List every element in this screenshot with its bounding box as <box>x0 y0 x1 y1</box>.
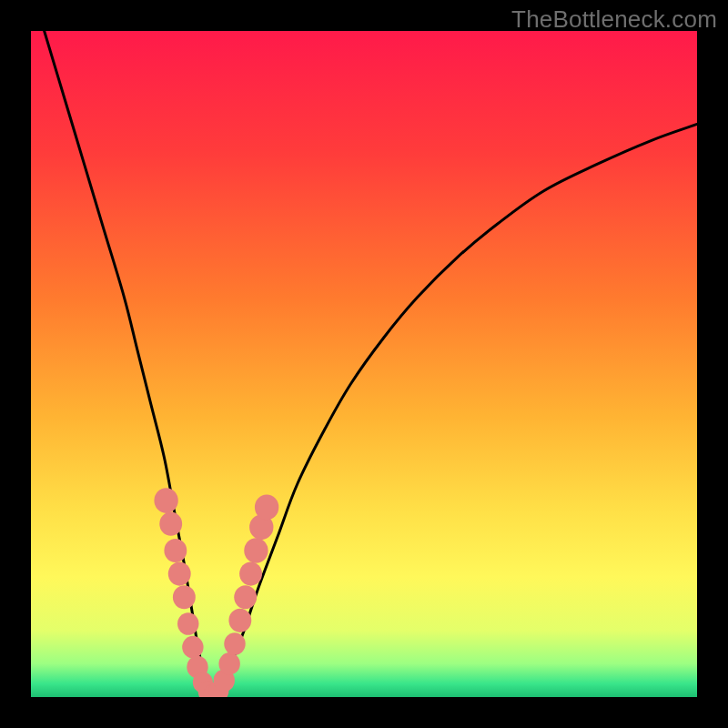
curve-marker <box>154 488 177 513</box>
curve-marker <box>255 495 278 521</box>
watermark-text: TheBottleneck.com <box>511 5 717 34</box>
chart-svg <box>31 31 697 697</box>
curve-marker <box>159 512 182 536</box>
curve-marker <box>168 562 191 586</box>
curve-marker <box>218 652 239 675</box>
frame: TheBottleneck.com <box>0 0 728 728</box>
plot-area <box>31 31 697 697</box>
curve-marker <box>228 609 251 632</box>
curve-marker <box>234 585 257 609</box>
curve-marker <box>182 636 203 659</box>
curve-marker <box>177 612 198 635</box>
bottleneck-curve-path <box>45 31 697 697</box>
marker-group <box>154 488 278 697</box>
curve-marker <box>173 585 196 609</box>
curve-marker <box>244 538 268 563</box>
curve-marker <box>224 632 245 655</box>
curve-marker <box>164 539 187 562</box>
curve-marker <box>239 562 262 586</box>
